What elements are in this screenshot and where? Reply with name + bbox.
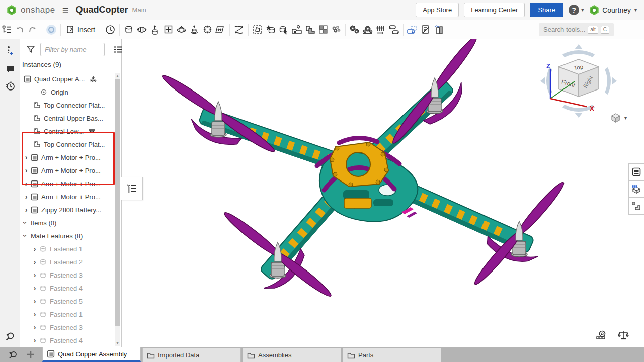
help-menu[interactable]: ? ▾: [569, 5, 584, 15]
chevron-right-icon[interactable]: ›: [31, 285, 38, 292]
add-tab-icon[interactable]: [24, 348, 37, 361]
tab-assemblies[interactable]: Assemblies: [243, 348, 341, 362]
named-positions-icon[interactable]: [277, 23, 290, 36]
search-in-model-icon[interactable]: [4, 330, 17, 343]
linear-pattern-icon[interactable]: [316, 23, 330, 36]
mate-relation-icon[interactable]: [232, 23, 246, 36]
tree-row-mate[interactable]: › Fastened 2: [20, 255, 116, 268]
transform-icon[interactable]: [303, 23, 316, 36]
chevron-right-icon[interactable]: ›: [23, 193, 30, 200]
pin-slot-mate-icon[interactable]: [201, 23, 214, 36]
view-options-menu[interactable]: ▾: [610, 113, 627, 123]
tree-group-mate-features[interactable]: › Mate Features (8): [20, 229, 116, 242]
workspace-name[interactable]: Main: [132, 6, 146, 14]
onshape-logo[interactable]: onshape: [0, 5, 55, 16]
tab-parts[interactable]: Parts: [343, 348, 441, 362]
tree-row-mate[interactable]: › Fastened 1: [20, 242, 116, 255]
filter-input[interactable]: [40, 43, 105, 56]
history-icon[interactable]: [4, 79, 17, 93]
interference-check-icon[interactable]: [432, 23, 445, 36]
planetary-relation-icon[interactable]: [361, 23, 374, 36]
mate-icon[interactable]: [104, 23, 117, 36]
tree-row-part[interactable]: Central Low...: [20, 125, 116, 138]
replicate-icon[interactable]: [290, 23, 303, 36]
chevron-right-icon[interactable]: ›: [23, 180, 30, 187]
search-tools-field[interactable]: Search tools... alt C: [539, 23, 614, 36]
sidebar-scrollbar[interactable]: ▴ ▾: [115, 73, 120, 346]
undo-icon[interactable]: [13, 23, 26, 36]
tree-row-part[interactable]: Top Connector Plat...: [20, 99, 116, 112]
tree-row-part[interactable]: Top Connector Plat...: [20, 138, 116, 151]
comments-icon[interactable]: [4, 62, 17, 75]
ball-mate-icon[interactable]: [175, 23, 188, 36]
group-icon[interactable]: [251, 23, 264, 36]
circular-pattern-icon[interactable]: [330, 23, 343, 36]
tree-row-mate[interactable]: › Fastened 1: [20, 308, 116, 321]
tree-row-origin[interactable]: Origin: [20, 85, 116, 99]
tree-row-part[interactable]: Central Upper Bas...: [20, 112, 116, 125]
document-menu-icon[interactable]: ≡: [62, 4, 69, 17]
chevron-right-icon[interactable]: ›: [31, 298, 38, 305]
tree-row-subassembly[interactable]: › Arm + Motor + Pro...: [20, 177, 116, 190]
insert-button[interactable]: Insert: [63, 25, 98, 34]
rotate-view-icon[interactable]: [45, 23, 58, 36]
chevron-right-icon[interactable]: ›: [31, 272, 38, 279]
revolute-mate-icon[interactable]: [135, 23, 148, 36]
create-version-icon[interactable]: [4, 44, 17, 57]
belt-relation-icon[interactable]: [387, 23, 400, 36]
scrollbar-thumb[interactable]: [115, 79, 120, 326]
chevron-right-icon[interactable]: ›: [31, 337, 38, 344]
configurations-flyout[interactable]: [628, 198, 644, 215]
app-store-button[interactable]: App Store: [416, 3, 459, 17]
feature-manager-flyout[interactable]: [628, 163, 644, 180]
bill-of-materials-icon[interactable]: [419, 23, 432, 36]
slider-mate-icon[interactable]: [148, 23, 162, 36]
chevron-right-icon[interactable]: ›: [31, 324, 38, 331]
chevron-right-icon[interactable]: ›: [23, 167, 30, 174]
chevron-right-icon[interactable]: ›: [31, 258, 38, 265]
scroll-up-icon[interactable]: ▴: [115, 73, 120, 78]
tree-row-mate[interactable]: › Fastened 4: [20, 282, 116, 295]
redo-icon[interactable]: [26, 23, 39, 36]
feature-list-toggle[interactable]: [121, 177, 143, 200]
filter-icon[interactable]: [24, 43, 37, 56]
share-button[interactable]: Share: [530, 3, 564, 17]
tab-imported-data[interactable]: Imported Data: [142, 348, 241, 362]
chevron-down-icon[interactable]: ›: [22, 232, 29, 239]
mate-connector-icon[interactable]: [264, 23, 277, 36]
tree-row-subassembly[interactable]: › Zippy 2800 Battery...: [20, 203, 116, 216]
view-cube[interactable]: Top Front Right Z X: [538, 43, 619, 119]
tree-row-root-assembly[interactable]: Quad Copper A...: [20, 72, 116, 85]
cylindrical-mate-icon[interactable]: [188, 23, 201, 36]
tree-group-items[interactable]: › Items (0): [20, 216, 116, 229]
chevron-right-icon[interactable]: ›: [31, 245, 38, 252]
chevron-right-icon[interactable]: ›: [31, 311, 38, 318]
chevron-right-icon[interactable]: ›: [23, 154, 30, 161]
tree-row-subassembly[interactable]: › Arm + Motor + Pro...: [20, 190, 116, 203]
rack-pinion-relation-icon[interactable]: [374, 23, 387, 36]
tree-row-mate[interactable]: › Fastened 4: [20, 334, 116, 347]
chevron-right-icon[interactable]: ›: [23, 206, 30, 213]
exploded-view-icon[interactable]: [406, 23, 419, 36]
mass-properties-icon[interactable]: [617, 329, 630, 342]
search-tabs-icon[interactable]: [6, 348, 19, 361]
assembly-tree-icon[interactable]: [0, 23, 13, 36]
fastened-mate-icon[interactable]: [122, 23, 135, 36]
graphics-viewport[interactable]: .arm{fill:#1ba08e;stroke:#0b5f54;stroke-…: [122, 39, 644, 347]
motor-propeller-upper-right[interactable]: [389, 39, 480, 146]
bom-flyout[interactable]: [628, 180, 644, 198]
scroll-down-icon[interactable]: ▾: [115, 340, 120, 345]
chevron-down-icon[interactable]: ›: [22, 219, 29, 226]
user-menu[interactable]: Courtney ▾: [589, 5, 637, 16]
tree-row-mate[interactable]: › Fastened 3: [20, 321, 116, 334]
tab-quad-copper-assembly[interactable]: Quad Copper Assembly: [42, 347, 141, 362]
tree-row-subassembly[interactable]: › Arm + Motor + Pro...: [20, 151, 116, 164]
tree-row-mate[interactable]: › Fastened 5: [20, 295, 116, 308]
tangent-mate-icon[interactable]: [214, 23, 227, 36]
learning-center-button[interactable]: Learning Center: [464, 3, 525, 17]
measure-icon[interactable]: [595, 329, 608, 342]
gear-relation-icon[interactable]: [348, 23, 361, 36]
tree-row-mate[interactable]: › Fastened 3: [20, 268, 116, 282]
planar-mate-icon[interactable]: [162, 23, 175, 36]
tree-row-subassembly[interactable]: › Arm + Motor + Pro...: [20, 164, 116, 177]
